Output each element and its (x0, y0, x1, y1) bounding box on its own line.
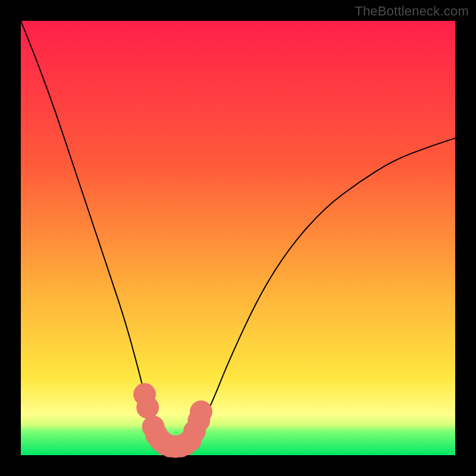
curve-marker (190, 400, 212, 423)
curve-layer (21, 21, 455, 455)
curve-markers (133, 383, 212, 458)
chart-frame: TheBottleneck.com (0, 0, 476, 476)
curve-marker (136, 396, 159, 419)
watermark-text: TheBottleneck.com (355, 4, 469, 19)
plot-area (21, 21, 455, 455)
bottleneck-curve (21, 21, 455, 446)
